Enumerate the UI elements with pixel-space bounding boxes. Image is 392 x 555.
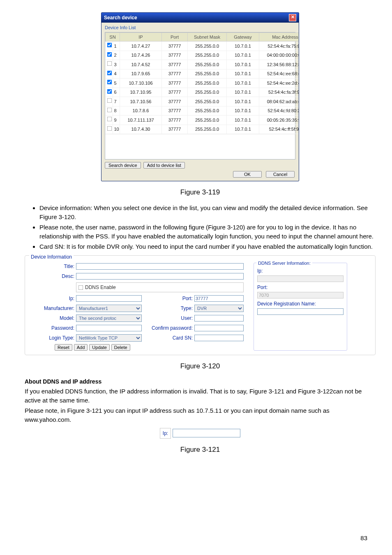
row-checkbox[interactable] [107, 52, 112, 57]
search-device-dialog: Search device ✕ Device Info List SN IP P… [101, 12, 299, 181]
ip-box-field[interactable] [173, 429, 240, 437]
row-checkbox[interactable] [107, 107, 112, 112]
panel-heading: Device Information [29, 254, 74, 260]
table-row[interactable]: 710.7.10.5637777255.255.0.010.7.0.108:04… [106, 97, 300, 106]
login-type-select[interactable]: NetWork Type TCP [76, 334, 142, 342]
desc-label: Desc: [29, 273, 74, 280]
col-sn: SN [106, 32, 120, 42]
login-type-label: Login Type: [29, 334, 74, 342]
ddns-port-field [257, 292, 344, 298]
table-row[interactable]: 410.7.9.6537777255.255.0.010.7.0.152:54:… [106, 69, 300, 79]
user-field[interactable] [194, 315, 244, 321]
ddns-enable-checkbox[interactable] [78, 285, 83, 290]
figure-caption: Figure 3-121 [25, 444, 376, 455]
update-button[interactable]: Update [89, 344, 109, 351]
ddns-enable-label: DDNS Enable [85, 284, 116, 291]
add-to-list-button[interactable]: Add to device list [143, 162, 185, 169]
reset-button[interactable]: Reset [55, 344, 72, 351]
col-ip: IP [120, 32, 162, 42]
search-device-button[interactable]: Search device [105, 162, 141, 169]
figure-caption: Figure 3-120 [25, 361, 376, 372]
row-checkbox[interactable] [107, 98, 112, 103]
port-field[interactable] [194, 295, 244, 302]
ip-input-box: Ip: [25, 428, 376, 439]
card-sn-label: Card SN: [143, 334, 193, 342]
ip-label: Ip: [29, 295, 74, 302]
ddns-legend: DDNS Server Information: [256, 260, 312, 267]
type-select[interactable]: DVR [194, 305, 244, 312]
confirm-password-label: Confirm password: [143, 324, 193, 332]
row-checkbox[interactable] [107, 89, 112, 94]
table-row[interactable]: 210.7.4.2637777255.255.0.010.7.0.104:00:… [106, 51, 300, 60]
ddns-server-info-group: DDNS Server Information: Ip: Port: Devic… [254, 263, 347, 351]
dialog-titlebar: Search device ✕ [101, 13, 299, 23]
table-row[interactable]: 610.7.10.9537777255.255.0.010.7.0.152:54… [106, 88, 300, 97]
table-row[interactable]: 910.7.111.13737777255.255.0.010.7.0.100:… [106, 116, 300, 125]
desc-field[interactable] [76, 273, 244, 280]
confirm-password-field[interactable] [194, 325, 244, 331]
row-checkbox[interactable] [107, 80, 112, 85]
col-gateway: Gateway [227, 32, 259, 42]
cancel-button[interactable]: Cancel [266, 171, 295, 178]
body-paragraph: If you enabled DDNS function, the IP add… [25, 387, 376, 405]
model-label: Model: [29, 314, 74, 322]
ddns-reg-field[interactable] [257, 308, 344, 315]
table-row[interactable]: 810.7.8.637777255.255.0.010.7.0.152:54:4… [106, 106, 300, 116]
delete-button[interactable]: Delete [111, 344, 130, 351]
table-row[interactable]: 1010.7.4.3037777255.255.0.010.7.0.152:54… [106, 125, 300, 134]
group-label: Device Info List [105, 24, 295, 31]
add-button[interactable]: Add [74, 344, 88, 351]
device-info-panel: Device Information Title: Desc: DDNS Ena… [25, 255, 376, 355]
ip-box-label: Ip: [160, 428, 171, 439]
body-paragraph: Please note, in Figure 3-121 you can inp… [25, 406, 376, 425]
title-field[interactable] [76, 263, 244, 270]
row-checkbox[interactable] [107, 70, 112, 75]
col-mask: Subnet Mask [188, 32, 227, 42]
manufacturer-label: Manufacturer: [29, 305, 74, 312]
bullet-item: Card SN: It is for mobile DVR only. You … [39, 242, 376, 252]
ddns-reg-label: Device Registration Name: [257, 300, 344, 308]
ok-button[interactable]: OK [233, 171, 262, 178]
ddns-port-label: Port: [257, 284, 344, 291]
col-mac: Mac Address [259, 32, 300, 42]
row-checkbox[interactable] [107, 117, 112, 122]
col-port: Port [162, 32, 188, 42]
model-select[interactable]: The second protoc [76, 314, 142, 322]
bullet-item: Please note, the user name, password in … [39, 223, 376, 241]
ip-field[interactable] [76, 295, 142, 302]
section-heading: About DDNS and IP address [25, 377, 376, 386]
page-number: 83 [360, 534, 367, 543]
user-label: User: [143, 314, 193, 322]
row-checkbox[interactable] [107, 61, 112, 66]
dialog-title: Search device [104, 14, 137, 21]
card-sn-field[interactable] [194, 335, 244, 341]
table-row[interactable]: 110.7.4.2737777255.255.0.010.7.0.152:54:… [106, 42, 300, 51]
device-table: SN IP Port Subnet Mask Gateway Mac Addre… [105, 32, 299, 134]
password-label: Password: [29, 324, 74, 332]
bullet-item: Device information: When you select one … [39, 204, 376, 222]
table-row[interactable]: 510.7.10.10637777255.255.0.010.7.0.152:5… [106, 79, 300, 88]
figure-caption: Figure 3-119 [25, 187, 376, 198]
row-checkbox[interactable] [107, 43, 112, 48]
row-checkbox[interactable] [107, 126, 112, 131]
close-icon[interactable]: ✕ [289, 14, 296, 21]
type-label: Type: [143, 305, 193, 312]
password-field[interactable] [76, 325, 142, 331]
table-row[interactable]: 310.7.4.5237777255.255.0.010.7.0.112:34:… [106, 60, 300, 69]
title-label: Title: [29, 263, 74, 270]
port-label: Port: [143, 295, 193, 302]
manufacturer-select[interactable]: Manufacturer1 [76, 305, 142, 312]
ddns-ip-field [257, 275, 344, 282]
ddns-ip-label: Ip: [257, 267, 344, 275]
